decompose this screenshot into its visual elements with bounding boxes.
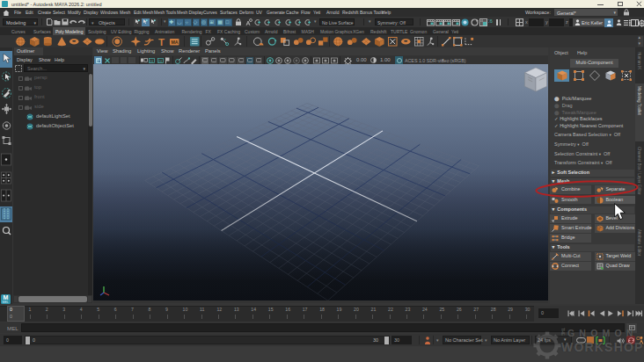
svg-text:24: 24 — [150, 60, 153, 63]
svg-text:x: x — [224, 38, 226, 41]
svg-text:MA: MA — [171, 40, 178, 45]
svg-text:24: 24 — [158, 60, 162, 63]
svg-text:T: T — [158, 37, 165, 47]
